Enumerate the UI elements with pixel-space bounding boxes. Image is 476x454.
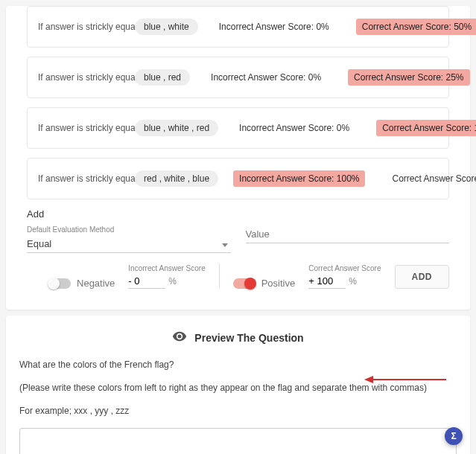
- question-line-3: For example; xxx , yyy , zzz: [19, 404, 457, 418]
- divider: [219, 263, 220, 289]
- positive-toggle-label: Positive: [261, 278, 296, 289]
- correct-score-input[interactable]: [308, 274, 346, 289]
- method-label: Default Evaluation Method: [27, 226, 231, 234]
- rule-condition-label: If answer is strickly equal to: [38, 123, 127, 133]
- question-line-1: What are the colors of the French flag?: [19, 358, 457, 372]
- rule-row: If answer is strickly equal toblue , whi…: [27, 107, 449, 149]
- rule-chip[interactable]: blue , red: [135, 69, 190, 86]
- method-select-value[interactable]: Equal: [27, 235, 231, 253]
- svg-marker-1: [364, 376, 373, 383]
- add-button[interactable]: ADD: [395, 265, 450, 289]
- percent-symbol: %: [168, 276, 177, 287]
- correct-score-label: Correct Answer Score: [308, 264, 381, 272]
- preview-title: Preview The Question: [194, 332, 303, 344]
- negative-toggle[interactable]: [48, 278, 71, 289]
- incorrect-score-badge[interactable]: Incorrect Answer Score: 0%: [213, 19, 335, 35]
- eye-icon: [172, 329, 187, 346]
- incorrect-score-block: Incorrect Answer Score %: [128, 264, 205, 289]
- correct-score-badge[interactable]: Correct Answer Score: 25%: [348, 69, 469, 86]
- rule-chip[interactable]: blue , white , red: [135, 120, 218, 136]
- positive-toggle-wrap: Positive: [233, 278, 296, 289]
- rule-row: If answer is strickly equal toblue , whi…: [27, 6, 449, 48]
- positive-toggle[interactable]: [233, 278, 256, 289]
- incorrect-score-badge[interactable]: Incorrect Answer Score: 0%: [205, 69, 327, 86]
- method-field[interactable]: Default Evaluation Method Equal: [27, 226, 231, 253]
- value-input[interactable]: [246, 226, 450, 243]
- value-field[interactable]: [246, 226, 450, 253]
- rule-condition-label: If answer is strickly equal to: [38, 173, 127, 184]
- answer-input[interactable]: [19, 428, 457, 454]
- preview-header: Preview The Question: [19, 329, 457, 346]
- incorrect-score-input[interactable]: [128, 274, 165, 289]
- rule-row: If answer is strickly equal toblue , red…: [27, 57, 449, 98]
- rule-row: If answer is strickly equal tored , whit…: [27, 158, 449, 199]
- correct-score-badge[interactable]: Correct Answer Score: 50%: [356, 19, 476, 35]
- rule-chip[interactable]: blue , white: [135, 19, 198, 35]
- correct-score-badge[interactable]: Correct Answer Score: 100%: [376, 120, 476, 136]
- annotation-arrow: [364, 375, 446, 384]
- preview-card: Preview The Question What are the colors…: [6, 316, 470, 454]
- negative-toggle-wrap: Negative: [48, 278, 115, 289]
- preview-body: What are the colors of the French flag? …: [19, 358, 457, 454]
- incorrect-score-label: Incorrect Answer Score: [128, 264, 205, 272]
- incorrect-score-badge[interactable]: Incorrect Answer Score: 100%: [233, 170, 365, 187]
- percent-symbol: %: [349, 276, 357, 287]
- negative-toggle-label: Negative: [77, 278, 115, 289]
- rule-chip[interactable]: red , white , blue: [135, 170, 218, 187]
- rules-card: If answer is strickly equal toblue , whi…: [6, 6, 470, 310]
- rule-condition-label: If answer is strickly equal to: [38, 72, 127, 83]
- add-title: Add: [27, 208, 449, 220]
- sigma-fab[interactable]: Σ: [445, 427, 463, 445]
- correct-score-block: Correct Answer Score %: [308, 264, 381, 289]
- correct-score-badge[interactable]: Correct Answer Score: 0%: [386, 170, 476, 187]
- rule-condition-label: If answer is strickly equal to: [38, 22, 127, 32]
- incorrect-score-badge[interactable]: Incorrect Answer Score: 0%: [233, 120, 355, 136]
- add-section: Add Default Evaluation Method Equal Nega…: [27, 208, 449, 289]
